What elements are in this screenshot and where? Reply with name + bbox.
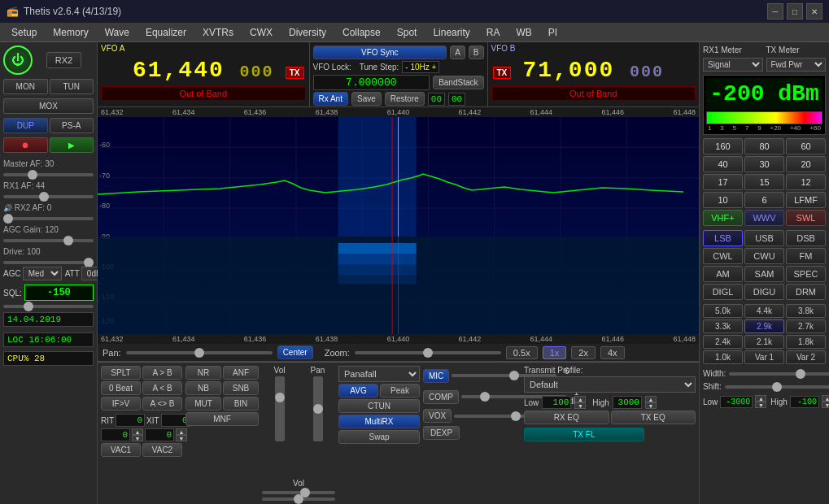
filter-38k[interactable]: 3.8k: [786, 304, 826, 318]
mode-usb[interactable]: USB: [744, 230, 784, 246]
low-input[interactable]: [542, 396, 571, 409]
mnf-button[interactable]: MNF: [185, 412, 259, 426]
tx-fl-button[interactable]: TX FL: [524, 428, 644, 441]
anf-button[interactable]: ANF: [223, 366, 259, 380]
filter-var2[interactable]: Var 2: [786, 350, 826, 364]
band-30[interactable]: 30: [744, 156, 784, 172]
ctun-button[interactable]: CTUN: [338, 399, 420, 413]
maximize-button[interactable]: □: [787, 3, 803, 20]
mic-button[interactable]: MIC: [423, 369, 449, 383]
mode-drm[interactable]: DRM: [786, 284, 826, 300]
menu-diversity[interactable]: Diversity: [281, 25, 334, 40]
width-slider[interactable]: [729, 372, 829, 376]
zoom-2-button[interactable]: 2x: [571, 346, 596, 359]
nr-button[interactable]: NR: [185, 366, 221, 380]
tx-profile-select[interactable]: Default: [524, 376, 696, 393]
filter-1k[interactable]: 1.0k: [703, 350, 743, 364]
menu-cwx[interactable]: CWX: [242, 25, 281, 40]
filter-var1[interactable]: Var 1: [744, 350, 784, 364]
filter-21k[interactable]: 2.1k: [744, 335, 784, 349]
dup-button[interactable]: DUP: [3, 118, 48, 133]
a-b-button[interactable]: A <> B: [142, 397, 182, 411]
drive-slider[interactable]: [3, 261, 94, 264]
mon-button[interactable]: MON: [3, 79, 48, 94]
display-select[interactable]: Panafall Panadapter Waterfall: [338, 366, 420, 382]
band-80[interactable]: 80: [744, 138, 784, 154]
high-input[interactable]: [613, 396, 642, 409]
rx-ant-button[interactable]: Rx Ant: [313, 92, 348, 106]
swap-button[interactable]: Swap: [338, 430, 420, 444]
high2-up[interactable]: ▲: [822, 395, 829, 402]
mode-lsb[interactable]: LSB: [703, 230, 743, 246]
menu-wb[interactable]: WB: [508, 25, 539, 40]
center-button[interactable]: Center: [277, 345, 313, 359]
band-40[interactable]: 40: [703, 156, 743, 172]
snb-button[interactable]: SNB: [223, 381, 259, 395]
low2-up[interactable]: ▲: [755, 395, 766, 402]
filter-18k[interactable]: 1.8k: [786, 335, 826, 349]
mode-digl[interactable]: DIGL: [703, 284, 743, 300]
sql-slider[interactable]: [3, 305, 94, 308]
low2-down[interactable]: ▼: [755, 402, 766, 408]
rit-spin-input[interactable]: [101, 428, 130, 441]
band-17[interactable]: 17: [703, 174, 743, 190]
shift-slider[interactable]: [725, 385, 829, 389]
band-10[interactable]: 10: [703, 192, 743, 208]
tx-meter-select[interactable]: Fwd Pwr: [766, 58, 827, 72]
restore-button[interactable]: Restore: [385, 92, 425, 106]
vfo-sync-button[interactable]: VFO Sync: [313, 46, 447, 59]
save-button[interactable]: Save: [351, 92, 382, 106]
xit-spin-input[interactable]: [145, 428, 174, 441]
band-stack-button[interactable]: BandStack: [433, 76, 483, 89]
menu-spot[interactable]: Spot: [389, 25, 425, 40]
rit-input[interactable]: [116, 414, 145, 427]
band-swl[interactable]: SWL: [786, 210, 826, 226]
beat-button[interactable]: 0 Beat: [101, 381, 141, 395]
agc-gain-slider[interactable]: [3, 239, 94, 242]
vfo-a-freq[interactable]: 61,440 000: [98, 54, 309, 86]
filter-27k[interactable]: 2.7k: [786, 319, 826, 333]
vfo-b-freq[interactable]: 71,000 000: [488, 54, 700, 86]
master-af-slider[interactable]: [3, 173, 94, 176]
menu-collapse[interactable]: Collapse: [334, 25, 389, 40]
band-12[interactable]: 12: [786, 174, 826, 190]
zoom-05-button[interactable]: 0.5x: [506, 346, 538, 359]
filter-29k[interactable]: 2.9k: [744, 319, 784, 333]
high-down[interactable]: ▼: [645, 402, 657, 409]
rx2-af-slider[interactable]: [3, 217, 94, 220]
comp-button[interactable]: COMP: [423, 390, 459, 404]
high2-down[interactable]: ▼: [822, 402, 829, 408]
a-to-b-button[interactable]: A > B: [142, 366, 182, 380]
mode-sam[interactable]: SAM: [744, 266, 784, 282]
menu-ra[interactable]: RA: [478, 25, 508, 40]
mode-cwu[interactable]: CWU: [744, 248, 784, 264]
ifv-button[interactable]: IF>V: [101, 397, 141, 411]
menu-setup[interactable]: Setup: [3, 25, 45, 40]
play-button[interactable]: ▶: [50, 137, 94, 153]
zoom-slider[interactable]: [355, 351, 501, 354]
close-button[interactable]: ✕: [806, 3, 822, 20]
dexp-button[interactable]: DEXP: [423, 426, 460, 440]
mode-fm[interactable]: FM: [786, 248, 826, 264]
peak-button[interactable]: Peak: [380, 384, 420, 398]
vfo-b-button[interactable]: B: [469, 46, 484, 59]
filter-33k[interactable]: 3.3k: [703, 319, 743, 333]
tx-eq-button[interactable]: TX EQ: [611, 411, 696, 424]
mute-button[interactable]: MUT: [185, 397, 221, 411]
filter-24k[interactable]: 2.4k: [703, 335, 743, 349]
band-160[interactable]: 160: [703, 138, 743, 154]
high2-input[interactable]: [790, 396, 819, 408]
mode-spec[interactable]: SPEC: [786, 266, 826, 282]
menu-wave[interactable]: Wave: [97, 25, 137, 40]
rx1-af-slider[interactable]: [3, 195, 94, 198]
mode-cwl[interactable]: CWL: [703, 248, 743, 264]
vfo-a-button[interactable]: A: [450, 46, 465, 59]
record-button[interactable]: ⏺: [3, 137, 48, 153]
rx1-meter-select[interactable]: Signal: [703, 58, 763, 72]
rit-down[interactable]: ▼: [132, 435, 143, 441]
vol-slider-h2[interactable]: [262, 497, 335, 501]
zoom-4-button[interactable]: 4x: [600, 346, 625, 359]
band-15[interactable]: 15: [744, 174, 784, 190]
menu-xvtrs[interactable]: XVTRs: [194, 25, 242, 40]
rit-up[interactable]: ▲: [132, 428, 143, 435]
